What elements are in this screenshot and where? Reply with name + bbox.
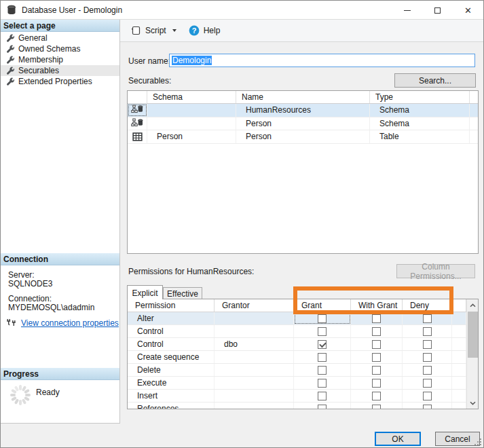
dropdown-caret-icon[interactable] [172, 29, 176, 32]
name-cell: Person [236, 117, 370, 130]
sidebar-item-general[interactable]: General [1, 33, 119, 43]
row-icon-cell[interactable] [128, 130, 147, 143]
scroll-down-button[interactable] [467, 397, 479, 409]
filler-cell [452, 325, 466, 337]
permissions-column-header[interactable]: Deny [403, 299, 452, 312]
permission-row-insert[interactable]: Insert [128, 390, 466, 403]
deny-checkbox[interactable] [423, 405, 432, 410]
with-grant-checkbox-cell [351, 403, 403, 409]
deny-checkbox-cell [403, 377, 452, 389]
with-grant-checkbox[interactable] [372, 392, 381, 400]
grant-checkbox[interactable] [318, 353, 327, 362]
grantor-cell [215, 403, 294, 409]
wrench-icon [6, 67, 15, 75]
maximize-icon [434, 7, 441, 14]
permissions-column-header[interactable]: Grant [294, 299, 351, 312]
sidebar-item-owned-schemas[interactable]: Owned Schemas [1, 43, 119, 54]
cancel-button[interactable]: Cancel [435, 432, 480, 446]
with-grant-checkbox[interactable] [372, 379, 381, 388]
securables-column-header[interactable]: Type [370, 91, 470, 103]
scroll-up-button[interactable] [467, 299, 479, 311]
with-grant-checkbox[interactable] [372, 405, 381, 410]
user-name-input[interactable]: Demologin [169, 54, 475, 67]
with-grant-checkbox-cell [351, 390, 403, 402]
deny-checkbox[interactable] [423, 366, 432, 375]
deny-checkbox[interactable] [423, 314, 432, 323]
vertical-scrollbar[interactable] [466, 299, 478, 409]
deny-checkbox[interactable] [423, 327, 432, 336]
permissions-column-header[interactable]: Permission [128, 299, 215, 312]
filler-cell [452, 364, 466, 376]
with-grant-checkbox-cell [351, 364, 403, 376]
permission-row-create-sequence[interactable]: Create sequence [128, 351, 466, 364]
grant-checkbox[interactable] [318, 327, 327, 336]
svg-text:?: ? [191, 26, 196, 35]
script-button[interactable]: Script [128, 23, 179, 38]
grant-checkbox[interactable] [318, 314, 327, 323]
help-icon: ? [189, 25, 200, 36]
with-grant-checkbox[interactable] [372, 340, 381, 349]
row-icon-cell[interactable] [128, 117, 147, 130]
search-button[interactable]: Search... [394, 73, 476, 88]
close-button[interactable]: ✕ [453, 1, 483, 20]
row-icon-cell[interactable] [128, 104, 147, 117]
with-grant-checkbox[interactable] [372, 314, 381, 323]
close-icon: ✕ [464, 6, 472, 15]
sidebar-item-extended-properties[interactable]: Extended Properties [1, 76, 119, 87]
filler-cell [452, 390, 466, 402]
permission-row-delete[interactable]: Delete [128, 364, 466, 377]
permission-row-execute[interactable]: Execute [128, 377, 466, 390]
filler-cell [452, 351, 466, 363]
server-value: SQLNODE3 [8, 280, 52, 288]
tab-effective[interactable]: Effective [163, 287, 202, 299]
user-name-label: User name: [128, 56, 170, 66]
grant-checkbox-cell [294, 351, 351, 363]
with-grant-checkbox[interactable] [372, 366, 381, 375]
sidebar-item-label: Extended Properties [18, 77, 92, 86]
securables-row-person[interactable]: PersonSchema [128, 117, 478, 131]
deny-checkbox[interactable] [423, 353, 432, 362]
securables-column-header[interactable]: Schema [147, 91, 236, 103]
grant-checkbox[interactable] [318, 366, 327, 375]
filler-cell [452, 403, 466, 409]
type-cell: Schema [370, 104, 470, 117]
grant-checkbox[interactable] [318, 340, 327, 349]
deny-checkbox[interactable] [423, 379, 432, 388]
maximize-button[interactable] [422, 1, 453, 20]
permission-row-control[interactable]: Controldbo [128, 338, 466, 351]
help-button[interactable]: ? Help [186, 23, 223, 38]
scrollbar-thumb[interactable] [468, 312, 478, 358]
sidebar-item-securables[interactable]: Securables [1, 65, 119, 76]
script-icon [130, 25, 141, 36]
wrench-icon [6, 45, 15, 54]
securables-column-header[interactable]: Name [236, 91, 370, 103]
grant-checkbox[interactable] [318, 392, 327, 400]
permission-cell: Delete [128, 364, 215, 376]
grant-checkbox[interactable] [318, 405, 327, 410]
ok-button[interactable]: OK [375, 432, 421, 446]
grant-checkbox[interactable] [318, 379, 327, 388]
sidebar-item-membership[interactable]: Membership [1, 54, 119, 65]
deny-checkbox[interactable] [423, 340, 432, 349]
deny-checkbox[interactable] [423, 392, 432, 400]
permission-row-references[interactable]: References [128, 403, 466, 409]
permission-cell: Control [128, 338, 215, 350]
permission-row-alter[interactable]: Alter [128, 312, 466, 325]
minimize-icon [404, 10, 411, 11]
securables-column-header[interactable] [128, 91, 147, 103]
tab-explicit[interactable]: Explicit [127, 285, 163, 299]
securables-row-humanresources[interactable]: HumanResourcesSchema [128, 104, 478, 117]
with-grant-checkbox[interactable] [372, 353, 381, 362]
resize-grip[interactable] [474, 438, 481, 445]
select-a-page-header: Select a page [1, 20, 119, 32]
view-connection-properties-link[interactable]: View connection properties [21, 318, 119, 328]
permission-row-control[interactable]: Control [128, 325, 466, 338]
column-permissions-button[interactable]: Column Permissions... [396, 264, 475, 278]
permissions-column-header[interactable]: Grantor [215, 299, 294, 312]
minimize-button[interactable] [392, 1, 422, 20]
permissions-column-header[interactable]: With Grant [351, 299, 403, 312]
permissions-grid: PermissionGrantorGrantWith GrantDeny Alt… [127, 299, 479, 409]
permission-cell: Create sequence [128, 351, 215, 363]
securables-row-person[interactable]: PersonPersonTable [128, 130, 478, 144]
with-grant-checkbox[interactable] [372, 327, 381, 336]
